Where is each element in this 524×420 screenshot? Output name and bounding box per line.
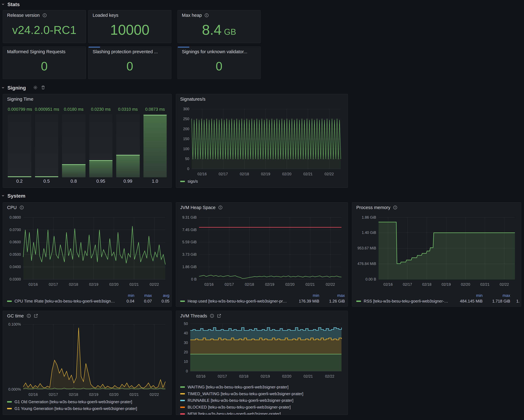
info-icon[interactable]: [218, 205, 223, 210]
svg-text:02/20: 02/20: [461, 283, 470, 286]
info-icon[interactable]: [43, 13, 47, 17]
chart-canvas[interactable]: 0.03000.04000.05000.06000.07000.080002/1…: [7, 213, 168, 288]
info-icon[interactable]: [204, 13, 209, 17]
panel-header[interactable]: Signing Time: [3, 94, 171, 104]
legend-label: G1 Young Generation [teku-w3s-besu-teku-…: [14, 406, 137, 411]
bar-value-label: 0.0180 ms: [62, 107, 85, 114]
svg-text:0: 0: [187, 167, 189, 171]
panel-header[interactable]: Signatures/s: [176, 94, 348, 104]
legend-stat-header[interactable]: min: [292, 293, 319, 298]
legend-label: BLOCKED [teku-w3s-besu-teku-goerli-web3s…: [187, 405, 291, 410]
legend-item[interactable]: sigs/s: [180, 178, 343, 185]
legend-item[interactable]: CPU Time IRate [teku-w3s-besu-teku-goerl…: [7, 298, 169, 305]
info-icon[interactable]: [19, 205, 24, 210]
legend-label: RUNNABLE [teku-w3s-besu-teku-goerli-web3…: [187, 398, 293, 403]
legend-stat-header[interactable]: max: [323, 293, 345, 298]
panel-title: Max heap: [182, 13, 202, 17]
svg-text:02/19: 02/19: [441, 283, 451, 286]
info-icon[interactable]: [393, 205, 397, 210]
panel-loading-indicator: [178, 47, 189, 47]
bargauge-bar[interactable]: 0.0180 ms0.8: [62, 107, 85, 185]
panel-header[interactable]: Max heap: [178, 10, 260, 20]
panel-header[interactable]: Release version: [3, 10, 86, 20]
gear-icon[interactable]: [33, 85, 38, 90]
section-header-stats[interactable]: › Stats: [3, 0, 20, 8]
chart-canvas[interactable]: 0102030405002/1602/1702/1802/1902/2002/2…: [180, 321, 344, 380]
legend-stat-header[interactable]: max: [486, 293, 510, 298]
svg-text:02/17: 02/17: [225, 283, 234, 286]
section-title-system: System: [7, 193, 25, 198]
legend-item[interactable]: G1 Old Generation [teku-w3s-besu-teku-go…: [7, 398, 167, 405]
trash-icon[interactable]: [41, 85, 45, 90]
bar-axis-label: 0.8: [62, 177, 85, 185]
legend-item[interactable]: BLOCKED [teku-w3s-besu-teku-goerli-web3s…: [180, 404, 343, 411]
svg-text:3.73 GiB: 3.73 GiB: [182, 252, 197, 257]
legend-stat-header[interactable]: min: [452, 293, 482, 298]
svg-text:7.45 GiB: 7.45 GiB: [182, 228, 197, 232]
signatures-legend: sigs/s: [180, 178, 343, 185]
external-link-icon[interactable]: [217, 314, 221, 318]
series-color-swatch: [7, 408, 12, 409]
section-header-system[interactable]: › System: [3, 191, 25, 199]
info-icon[interactable]: [26, 314, 31, 318]
bar-axis-label: 0.5: [35, 177, 58, 185]
legend-stat-header[interactable]: avg: [155, 293, 169, 298]
legend-item[interactable]: Heap used [teku-w3s-besu-teku-goerli-web…: [180, 298, 345, 305]
bar-fill: [143, 115, 167, 177]
svg-text:02/19: 02/19: [89, 283, 98, 286]
panel-header[interactable]: JVM Heap Space: [176, 203, 348, 212]
svg-text:10: 10: [184, 360, 188, 364]
svg-text:0.100%: 0.100%: [8, 322, 21, 326]
legend-item[interactable]: WAITING [teku-w3s-besu-teku-goerli-web3s…: [180, 384, 343, 390]
series-color-swatch: [180, 413, 185, 415]
svg-text:02/16: 02/16: [197, 172, 207, 176]
jvm-threads-legend: WAITING [teku-w3s-besu-teku-goerli-web3s…: [180, 384, 343, 415]
chart-canvas[interactable]: 0.00 B476.84 MiB953.67 MiB1.40 GiB1.86 G…: [356, 213, 517, 288]
chart-canvas[interactable]: 0.000%0.100%02/1602/1702/1802/1902/2002/…: [7, 321, 168, 398]
legend-item[interactable]: NEW [teku-w3s-besu-teku-goerli-web3signe…: [180, 411, 343, 415]
svg-text:02/17: 02/17: [49, 283, 58, 286]
panel-process-memory: Process memory 0.00 B476.84 MiB953.67 Mi…: [352, 202, 521, 307]
panel-header[interactable]: CPU: [3, 203, 171, 212]
panel-header[interactable]: Loaded keys: [89, 10, 171, 20]
chart-canvas[interactable]: 05010015020025030002/1602/1702/1802/1902…: [180, 104, 344, 178]
legend-stats-header: minmax: [180, 293, 345, 298]
info-icon[interactable]: [210, 314, 214, 318]
panel-header[interactable]: JVM Threads: [176, 311, 348, 320]
svg-text:02/18: 02/18: [422, 283, 431, 286]
chart-canvas[interactable]: 0 B1.86 GiB3.73 GiB5.59 GiB7.45 GiB9.31 …: [180, 213, 344, 288]
jvm-heap-legend: minmaxHeap used [teku-w3s-besu-teku-goer…: [180, 293, 345, 305]
svg-text:02/21: 02/21: [480, 283, 489, 286]
legend-stat-header[interactable]: max: [138, 293, 152, 298]
legend-stat-header[interactable]: min: [120, 293, 134, 298]
external-link-icon[interactable]: [34, 314, 38, 318]
bar-value-label: 0.000799 ms: [8, 107, 31, 114]
stat-unit: GB: [224, 27, 236, 37]
bar-fill: [8, 176, 31, 178]
panel-header[interactable]: Process memory: [352, 203, 521, 212]
bar-track: [143, 114, 167, 178]
stat-value: v24.2.0-RC1: [12, 24, 76, 36]
legend-item[interactable]: RUNNABLE [teku-w3s-besu-teku-goerli-web3…: [180, 397, 343, 404]
panel-header[interactable]: Slashing protection prevented ...: [89, 47, 171, 56]
bargauge-bar[interactable]: 0.000951 ms0.5: [35, 107, 58, 185]
bargauge-bar[interactable]: 0.0873 ms1.0: [143, 107, 167, 185]
panel-title: Slashing protection prevented ...: [93, 49, 158, 54]
svg-text:02/19: 02/19: [261, 172, 270, 176]
section-header-signing[interactable]: › Signing: [3, 83, 45, 91]
legend-item[interactable]: TIMED_WAITING [teku-w3s-besu-teku-goerli…: [180, 390, 343, 397]
series-color-swatch: [356, 300, 361, 302]
legend-item[interactable]: RSS [teku-w3s-besu-teku-goerli-web3signe…: [356, 298, 520, 305]
legend-item[interactable]: G1 Young Generation [teku-w3s-besu-teku-…: [7, 405, 167, 412]
svg-text:02/22: 02/22: [325, 374, 334, 378]
bargauge-bar[interactable]: 0.000799 ms0.2: [8, 107, 31, 185]
series-color-swatch: [180, 386, 185, 388]
panel-header[interactable]: Malformed Signing Requests: [3, 47, 86, 56]
bar-axis-label: 0.95: [89, 177, 113, 185]
bargauge-bar[interactable]: 0.0310 ms0.99: [116, 107, 140, 185]
panel-header[interactable]: GC time: [3, 311, 171, 320]
svg-text:02/19: 02/19: [261, 374, 270, 378]
panel-header[interactable]: Signings for unknown validator...: [178, 47, 260, 56]
legend-label: Heap used [teku-w3s-besu-teku-goerli-web…: [187, 299, 289, 304]
bargauge-bar[interactable]: 0.0230 ms0.95: [89, 107, 113, 185]
